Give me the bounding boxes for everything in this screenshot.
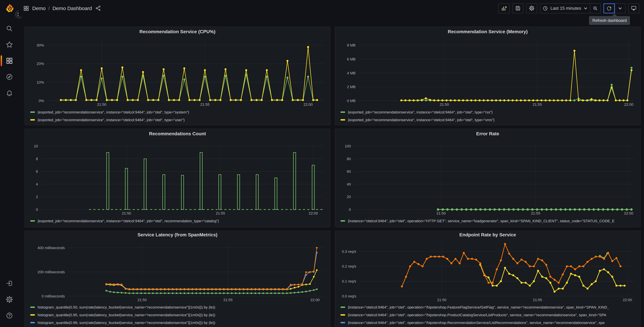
- service-latency-legend: histogram_quantile(0.50, sum(rate(latenc…: [28, 304, 327, 327]
- save-dashboard-button[interactable]: [512, 3, 524, 13]
- chevron-down-icon: [584, 6, 588, 10]
- refresh-dashboard-button[interactable]: [603, 3, 615, 13]
- save-icon: [515, 5, 521, 11]
- time-range-picker[interactable]: Last 15 minutes: [540, 3, 590, 13]
- svg-text:8 MB: 8 MB: [347, 43, 356, 47]
- svg-text:0.2 req/s: 0.2 req/s: [342, 264, 356, 268]
- svg-text:40: 40: [347, 182, 351, 186]
- panel-header[interactable]: Endpoint Rate by Service: [338, 231, 637, 238]
- sidebar-menu: [0, 20, 18, 101]
- grafana-app: Demo / Demo Dashboard Last 15 minutes: [0, 0, 644, 327]
- svg-text:8: 8: [36, 157, 38, 161]
- svg-text:0.3 req/s: 0.3 req/s: [342, 250, 356, 254]
- sidebar-item-help[interactable]: [0, 308, 18, 324]
- svg-text:0%: 0%: [38, 99, 44, 103]
- legend-swatch-icon: [340, 220, 345, 222]
- svg-text:22:00: 22:00: [624, 102, 634, 106]
- panel-title: Recommendation Service (Memory): [448, 29, 528, 34]
- legend-item[interactable]: histogram_quantile(0.95, sum(rate(latenc…: [28, 311, 327, 319]
- svg-text:2 MB: 2 MB: [347, 85, 356, 89]
- legend-swatch-icon: [340, 111, 345, 113]
- legend-item[interactable]: {exported_job="recommendationservice", i…: [28, 108, 327, 116]
- panel-title: Recommendations Count: [149, 131, 206, 136]
- cycle-view-mode-button[interactable]: [628, 3, 639, 13]
- endpoint-rate-chart[interactable]: 0.3 req/s0.2 req/s0.1 req/s0.0 req/s21:5…: [338, 238, 637, 303]
- legend-label: {instance="otelcol:9464", job="otel", op…: [348, 219, 614, 223]
- sidebar-item-dashboards[interactable]: [0, 53, 18, 69]
- svg-text:21:55: 21:55: [531, 211, 540, 215]
- legend-item[interactable]: {exported_job="recommendationservice", i…: [28, 217, 327, 224]
- legend-label: {exported_job="recommendationservice", i…: [38, 110, 189, 114]
- legend-label: {instance="otelcol:9464", job="otel", op…: [348, 313, 606, 317]
- sidebar-item-sign-in[interactable]: [0, 275, 18, 292]
- panel-header[interactable]: Recommendation Service (CPU%): [28, 27, 327, 36]
- panel-recommendation-memory: Recommendation Service (Memory) 8 MB6 MB…: [335, 26, 641, 125]
- memory-chart[interactable]: 8 MB6 MB4 MB2 MB0 MB21:5021:5522:00: [338, 36, 637, 108]
- legend-swatch-icon: [30, 314, 35, 316]
- legend-item[interactable]: {exported_job="recommendationservice", i…: [28, 116, 327, 124]
- svg-text:10: 10: [34, 144, 38, 148]
- legend-label: {exported_job="recommendationservice", i…: [38, 219, 219, 223]
- panel-header[interactable]: Recommendation Service (Memory): [338, 27, 637, 36]
- dashboard-grid: Recommendation Service (CPU%) 30%20%10%0…: [18, 16, 644, 327]
- panel-header[interactable]: Error Rate: [338, 129, 637, 138]
- legend-item[interactable]: {instance="otelcol:9464", job="otel", op…: [338, 319, 637, 327]
- bell-icon: [6, 89, 13, 97]
- add-panel-button[interactable]: [498, 3, 510, 13]
- sidebar-item-explore[interactable]: [0, 69, 18, 85]
- service-latency-chart[interactable]: 400 milliseconds200 milliseconds0 millis…: [28, 238, 327, 303]
- svg-text:21:55: 21:55: [223, 298, 232, 302]
- sidebar-item-search[interactable]: [0, 20, 18, 36]
- search-icon: [6, 25, 13, 32]
- refresh-tooltip: Refresh dashboard: [589, 16, 630, 25]
- dashboard-settings-button[interactable]: [526, 3, 537, 13]
- cpu-chart[interactable]: 30%20%10%0%21:5021:5522:00: [28, 36, 327, 108]
- zoom-out-time-button[interactable]: [590, 3, 601, 13]
- legend-item[interactable]: {instance="otelcol:9464", job="otel", op…: [338, 311, 637, 319]
- legend-item[interactable]: histogram_quantile(0.99, sum(rate(latenc…: [28, 319, 327, 327]
- breadcrumb-dashboard-title[interactable]: Demo Dashboard: [52, 5, 92, 11]
- breadcrumb-folder[interactable]: Demo: [32, 5, 46, 11]
- svg-text:0.0 req/s: 0.0 req/s: [342, 294, 356, 298]
- panel-header[interactable]: Recommendations Count: [28, 129, 327, 138]
- svg-text:0.1 req/s: 0.1 req/s: [342, 279, 356, 283]
- svg-text:22:00: 22:00: [623, 298, 632, 302]
- share-dashboard-button[interactable]: [95, 5, 101, 11]
- svg-text:21:55: 21:55: [533, 298, 542, 302]
- legend-label: {exported_job="recommendationservice", i…: [348, 118, 494, 122]
- legend-item[interactable]: {instance="otelcol:9464", job="otel", op…: [338, 304, 637, 311]
- error-rate-chart[interactable]: 10080604020021:5021:5522:00: [338, 138, 637, 216]
- svg-text:21:55: 21:55: [216, 211, 225, 215]
- panel-error-rate: Error Rate 10080604020021:5021:5522:00 {…: [335, 128, 641, 227]
- legend-swatch-icon: [340, 314, 345, 316]
- legend-label: histogram_quantile(0.95, sum(rate(latenc…: [38, 313, 215, 317]
- sidebar-bottom-menu: [0, 275, 18, 324]
- legend-item[interactable]: histogram_quantile(0.50, sum(rate(latenc…: [28, 304, 327, 311]
- svg-text:22:00: 22:00: [308, 211, 318, 215]
- svg-text:6: 6: [36, 170, 38, 174]
- svg-text:2: 2: [36, 195, 38, 199]
- svg-text:21:55: 21:55: [532, 102, 542, 106]
- cpu-legend: {exported_job="recommendationservice", i…: [28, 108, 327, 124]
- svg-text:400 milliseconds: 400 milliseconds: [38, 246, 65, 250]
- chevron-down-icon: [618, 6, 622, 10]
- legend-swatch-icon: [340, 119, 345, 120]
- legend-item[interactable]: {exported_job="recommendationservice", i…: [338, 116, 637, 124]
- sidebar-item-alerting[interactable]: [0, 85, 18, 101]
- sidebar-item-settings[interactable]: [0, 292, 18, 308]
- legend-item[interactable]: {exported_job="recommendationservice", i…: [338, 108, 637, 116]
- panel-header[interactable]: Service Latency (from SpanMetrics): [28, 231, 327, 238]
- help-circle-icon: [6, 312, 13, 319]
- sidebar-item-starred[interactable]: [0, 36, 18, 53]
- svg-text:21:50: 21:50: [436, 211, 446, 215]
- recommendations-count-chart[interactable]: 108642021:5021:5522:00: [28, 138, 327, 216]
- legend-item[interactable]: {instance="otelcol:9464", job="otel", op…: [338, 217, 637, 224]
- dashboard-apps-icon: [23, 5, 29, 11]
- svg-text:0: 0: [349, 208, 351, 212]
- refresh-interval-picker[interactable]: [615, 3, 626, 13]
- panel-title: Service Latency (from SpanMetrics): [138, 232, 218, 237]
- legend-swatch-icon: [30, 322, 35, 324]
- star-icon: [6, 41, 13, 48]
- legend-label: {exported_job="recommendationservice", i…: [38, 118, 185, 122]
- svg-text:22:00: 22:00: [310, 298, 320, 302]
